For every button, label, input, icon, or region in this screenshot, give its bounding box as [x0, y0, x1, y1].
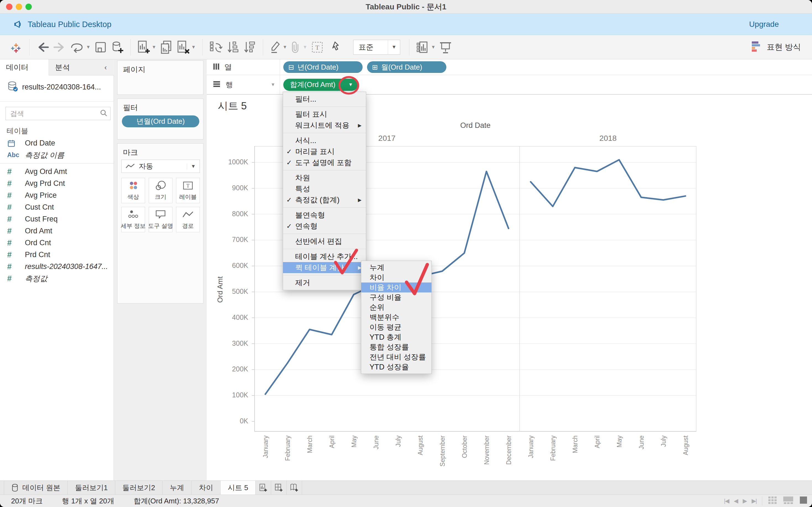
marks-card[interactable]: 마크 자동 ▼ 색상크기T레이블세부 정보도구 설명경로 [117, 143, 203, 303]
sheet-tab-둘러보기1[interactable]: 둘러보기1 [68, 481, 115, 495]
tab-data[interactable]: 데이터 [0, 59, 49, 75]
new-sheet-caret-icon[interactable]: ▼ [152, 45, 156, 50]
menu-item[interactable]: YTD 총계 [361, 332, 432, 342]
menu-item[interactable]: 불연속형 [283, 210, 366, 221]
new-worksheet-button[interactable]: ▼ [137, 38, 156, 56]
field-row[interactable]: #results-20240308-1647... [0, 261, 114, 273]
menu-item[interactable]: 서식... [283, 135, 366, 146]
tab-analytics[interactable]: 분석 [49, 59, 97, 75]
replay-button[interactable]: ▼ [69, 38, 91, 56]
field-row[interactable]: #측정값 [0, 273, 114, 284]
field-row[interactable]: #Avg Price [0, 189, 114, 201]
menu-item[interactable]: 워크시트에 적용▶ [283, 120, 366, 131]
datasource-row[interactable]: results-20240308-164... [0, 79, 114, 95]
menu-item[interactable]: 순위 [361, 302, 432, 312]
field-row[interactable]: #Cust Cnt [0, 201, 114, 213]
replay-caret-icon[interactable]: ▼ [86, 45, 91, 50]
field-row[interactable]: #Prd Cnt [0, 249, 114, 261]
sheet-tab-차이[interactable]: 차이 [192, 481, 220, 495]
duplicate-sheet-button[interactable] [160, 38, 173, 56]
sheet-sorter-view-icon[interactable] [768, 496, 777, 506]
search-box[interactable] [5, 107, 110, 120]
mark-type-dropdown[interactable]: 자동 ▼ [121, 160, 200, 173]
collapse-panel-icon[interactable]: ‹ [97, 59, 114, 75]
text-label-button[interactable]: T [311, 38, 324, 56]
menu-item[interactable]: YTD 성장율 [361, 362, 432, 372]
sort-ascending-button[interactable] [226, 38, 240, 56]
menu-item[interactable]: ✓연속형 [283, 221, 366, 232]
clear-caret-icon[interactable]: ▼ [191, 45, 196, 50]
fit-dropdown[interactable]: 표준 ▼ [353, 40, 400, 55]
presentation-mode-button[interactable] [439, 38, 452, 56]
menu-item[interactable]: ✓도구 설명에 포함 [283, 157, 366, 168]
search-input[interactable] [10, 109, 100, 118]
field-row[interactable]: #Cust Freq [0, 213, 114, 225]
first-sheet-icon[interactable]: |◀ [724, 498, 729, 504]
filters-card[interactable]: 필터 년월(Ord Date) [117, 99, 203, 139]
undo-button[interactable] [36, 38, 49, 56]
pill-caret-icon[interactable]: ▼ [348, 82, 353, 88]
pill-year-ord-date[interactable]: ⊟ 년(Ord Date) [283, 61, 363, 73]
menu-item[interactable]: 테이블 계산 추가... [283, 251, 366, 262]
filter-pill[interactable]: 년월(Ord Date) [122, 115, 199, 127]
menu-item[interactable]: 선반에서 편집 [283, 236, 366, 247]
pill-month-ord-date[interactable]: ⊞ 월(Ord Date) [367, 61, 446, 73]
trend-line-2018[interactable] [530, 160, 686, 207]
sort-descending-button[interactable] [243, 38, 256, 56]
next-sheet-icon[interactable]: ▶ [743, 498, 747, 504]
mark-button-size[interactable]: 크기 [149, 178, 172, 203]
field-row[interactable]: #Avg Prd Cnt [0, 178, 114, 189]
new-story-tab-button[interactable] [287, 481, 302, 495]
menu-item[interactable]: 비율 차이 [361, 282, 432, 292]
menu-item[interactable]: 누계 [361, 263, 432, 273]
minus-box-icon[interactable]: ⊟ [288, 63, 294, 71]
attach-button[interactable]: ▼ [291, 38, 307, 56]
filmstrip-view-icon[interactable] [783, 496, 794, 506]
full-view-icon[interactable] [799, 496, 808, 506]
sheet-tab-시트 5[interactable]: 시트 5 [220, 481, 256, 495]
clear-sheet-button[interactable]: ▼ [177, 38, 196, 56]
new-dashboard-tab-button[interactable] [271, 481, 287, 495]
field-row[interactable]: Abc측정값 이름 [0, 149, 114, 161]
menu-item[interactable]: 통합 성장률 [361, 342, 432, 352]
rows-shelf-caret-icon[interactable]: ▼ [270, 82, 275, 88]
mark-button-detail[interactable]: 세부 정보 [121, 207, 145, 232]
menu-item[interactable]: 제거 [283, 277, 366, 288]
field-row[interactable]: #Ord Amt [0, 225, 114, 237]
menu-item[interactable]: 이동 평균 [361, 322, 432, 332]
pill-sum-ord-amt[interactable]: 합계(Ord Amt) ▼ [283, 79, 358, 91]
menu-item[interactable]: ✓머리글 표시 [283, 146, 366, 157]
menu-item[interactable]: ✓측정값 (합계)▶ [283, 194, 366, 206]
fit-caret-icon[interactable]: ▼ [388, 40, 400, 54]
last-sheet-icon[interactable]: ▶| [752, 498, 756, 504]
menu-item[interactable]: 백분위수 [361, 312, 432, 322]
menu-item[interactable]: 특성 [283, 183, 366, 194]
new-data-source-button[interactable] [110, 38, 124, 56]
highlight-button[interactable]: ▼ [270, 38, 287, 56]
mark-button-tooltip[interactable]: 도구 설명 [149, 207, 172, 232]
show-me-panel-button[interactable]: 표현 방식 [750, 35, 801, 59]
swap-rows-columns-button[interactable] [209, 38, 223, 56]
show-me-caret-icon[interactable]: ▼ [431, 45, 436, 50]
menu-item[interactable]: 구성 비율 [361, 292, 432, 302]
fix-axes-button[interactable] [327, 38, 341, 56]
mark-button-color[interactable]: 색상 [121, 178, 145, 203]
tableau-logo-icon[interactable] [9, 38, 23, 56]
columns-shelf[interactable]: 열 ⊟ 년(Ord Date) ⊞ 월(Ord Date) [207, 59, 812, 75]
menu-item[interactable]: 전년 대비 성장률 [361, 352, 432, 362]
mark-button-path[interactable]: 경로 [176, 207, 200, 232]
mark-type-caret-icon[interactable]: ▼ [187, 164, 200, 169]
sheet-tab-둘러보기2[interactable]: 둘러보기2 [115, 481, 162, 495]
new-worksheet-tab-button[interactable] [256, 481, 271, 495]
save-button[interactable] [94, 38, 107, 56]
field-row[interactable]: Ord Date [0, 137, 114, 149]
menu-item[interactable]: 퀵 테이블 계산▶ [283, 262, 366, 273]
sheet-tab-누계[interactable]: 누계 [162, 481, 192, 495]
menu-item[interactable]: 차이 [361, 273, 432, 282]
upgrade-link[interactable]: Upgrade [749, 13, 779, 35]
highlight-caret-icon[interactable]: ▼ [283, 45, 287, 50]
sheet-tab-데이터 원본[interactable]: 데이터 원본 [4, 481, 68, 495]
menu-item[interactable]: 필터 표시 [283, 109, 366, 120]
redo-button[interactable] [53, 38, 66, 56]
mark-button-label[interactable]: T레이블 [176, 178, 200, 203]
